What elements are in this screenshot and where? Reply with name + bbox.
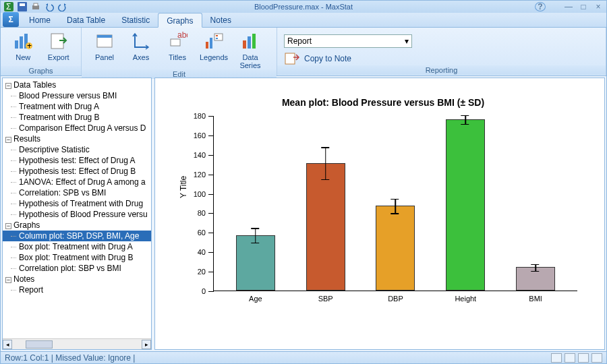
status-view-buttons (551, 353, 602, 363)
chart-panel: Mean plot: Blood Pressure versus BMI (± … (154, 78, 605, 350)
data-series-button[interactable]: Data Series (234, 30, 266, 69)
svg-text:abc: abc (177, 31, 187, 40)
svg-rect-7 (20, 36, 23, 49)
tree-item[interactable]: Descriptive Statistic (3, 144, 151, 155)
bar-chart-new-icon: + (12, 30, 34, 52)
tree-item[interactable]: Box plot: Treatment with Drug A (3, 241, 151, 252)
bar-age: Age (229, 235, 283, 291)
chart-plot-area: AgeSBPDBPHeightBMI 020406080100120140160… (213, 116, 577, 291)
tree-item[interactable]: Treatment with Drug A (3, 101, 151, 112)
copy-to-note-button[interactable]: Copy to Note (284, 52, 351, 65)
y-axis-title: Y Title (179, 176, 188, 198)
panel-icon (94, 30, 115, 52)
tree-item[interactable]: Box plot: Treatment with Drug B (3, 252, 151, 263)
tree-item[interactable]: Hypothesis of Treatment with Drug (3, 198, 151, 209)
chart-title: Mean plot: Blood Pressure versus BMI (± … (175, 97, 591, 108)
svg-rect-21 (243, 40, 246, 49)
svg-text:+: + (27, 41, 32, 51)
tree-item[interactable]: Correlation: SPB vs BMI (3, 187, 151, 198)
tab-statistic[interactable]: Statistic (113, 13, 158, 27)
close-button[interactable]: × (593, 2, 604, 11)
tree-item[interactable]: Report (3, 284, 151, 295)
ribbon-group-reporting: Report ▾ Copy to Note Reporting (277, 28, 606, 75)
group-label: Reporting (277, 65, 606, 75)
svg-rect-19 (216, 35, 218, 36)
svg-rect-18 (214, 34, 223, 40)
svg-rect-14 (171, 39, 180, 46)
titles-button[interactable]: abc Titles (161, 30, 194, 69)
group-label: Graphs (1, 66, 81, 75)
export-icon (48, 30, 69, 52)
chevron-down-icon: ▾ (405, 36, 409, 46)
status-text: Row:1 Col:1 | Missed Value: Ignore | (5, 353, 135, 363)
application-menu-button[interactable]: Σ (3, 12, 19, 27)
export-button[interactable]: Export (43, 30, 75, 66)
tree-item[interactable]: Treatment with Drug B (3, 112, 151, 123)
tree-item[interactable]: Comparison Effect Drug A versus D (3, 123, 151, 133)
bar-dbp: DBP (368, 206, 422, 291)
project-tree-panel: −Data TablesBlood Pressure versus BMITre… (2, 78, 152, 350)
tree-horizontal-scrollbar[interactable]: ◂ ▸ (3, 338, 151, 349)
main-body: −Data TablesBlood Pressure versus BMITre… (1, 76, 606, 351)
tree-section[interactable]: −Graphs (3, 220, 151, 231)
ribbon: + New Export Graphs Panel Axes abc Title… (1, 28, 606, 76)
menu-tabs: Home Data Table Statistic Graphs Notes (1, 13, 606, 28)
tab-data-table[interactable]: Data Table (59, 13, 113, 27)
legends-button[interactable]: Legends (198, 30, 230, 69)
svg-rect-6 (15, 40, 18, 49)
legends-icon (203, 30, 225, 52)
status-bar: Row:1 Col:1 | Missed Value: Ignore | (1, 351, 606, 363)
tree-item[interactable]: Correlation plot: SBP vs BMI (3, 263, 151, 274)
report-dropdown[interactable]: Report ▾ (284, 34, 412, 48)
svg-rect-20 (216, 38, 218, 39)
tree-section[interactable]: −Notes (3, 274, 151, 284)
titles-icon: abc (167, 30, 188, 52)
tree-item[interactable]: Hypothesis test: Effect of Drug B (3, 166, 151, 177)
copy-note-icon (284, 52, 300, 65)
project-tree[interactable]: −Data TablesBlood Pressure versus BMITre… (3, 78, 151, 338)
tree-item[interactable]: 1ANOVA: Effect of Drug A among a (3, 177, 151, 187)
maximize-button[interactable]: □ (578, 2, 589, 11)
axes-button[interactable]: Axes (125, 30, 157, 69)
tree-item[interactable]: Hypothesis of Blood Pressure versu (3, 209, 151, 220)
bar-bmi: BMI (509, 267, 562, 291)
ribbon-group-graphs: + New Export Graphs (1, 28, 82, 75)
tree-item[interactable]: Blood Pressure versus BMI (3, 90, 151, 101)
tab-home[interactable]: Home (21, 13, 59, 27)
tree-section[interactable]: −Results (3, 133, 151, 144)
svg-rect-16 (206, 42, 208, 49)
scroll-left-arrow[interactable]: ◂ (3, 340, 12, 349)
tab-graphs[interactable]: Graphs (158, 13, 202, 28)
svg-rect-22 (248, 36, 251, 49)
title-bar: Σ BloodPressure.max - MaxStat ? — □ × (1, 1, 606, 13)
axes-icon (130, 30, 152, 52)
svg-rect-17 (210, 38, 212, 49)
status-button-3[interactable] (578, 353, 589, 363)
tree-item[interactable]: Hypothesis test: Effect of Drug A (3, 155, 151, 166)
tree-section[interactable]: −Data Tables (3, 80, 151, 90)
new-graph-button[interactable]: + New (7, 30, 39, 66)
ribbon-group-edit: Panel Axes abc Titles Legends Data Serie… (82, 28, 277, 75)
minimize-button[interactable]: — (563, 2, 574, 11)
status-button-4[interactable] (591, 353, 602, 363)
scroll-right-arrow[interactable]: ▸ (142, 340, 151, 349)
bar-height: Height (438, 119, 492, 291)
bar-sbp: SBP (299, 163, 353, 291)
status-button-2[interactable] (565, 353, 575, 363)
panel-button[interactable]: Panel (88, 30, 121, 69)
svg-rect-13 (97, 35, 112, 38)
svg-rect-23 (252, 34, 256, 49)
window-controls: ? — □ × (535, 2, 604, 11)
svg-rect-24 (285, 53, 295, 64)
scroll-thumb[interactable] (26, 340, 53, 348)
status-button-1[interactable] (551, 353, 562, 363)
help-icon[interactable]: ? (535, 2, 546, 11)
tab-notes[interactable]: Notes (202, 13, 239, 27)
tree-item[interactable]: Column plot: SBP, DSP, BMI, Age (3, 231, 151, 241)
data-series-icon (239, 30, 261, 52)
window-title: BloodPressure.max - MaxStat (1, 3, 606, 11)
